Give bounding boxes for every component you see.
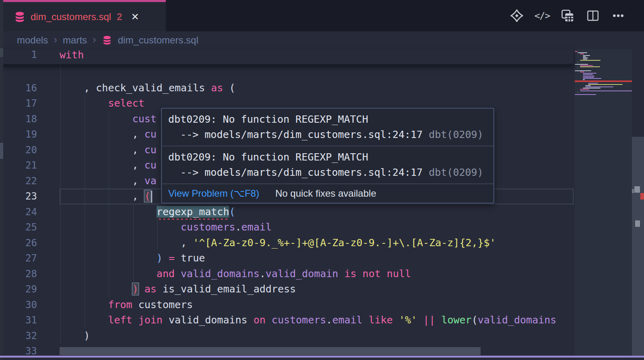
overview-ruler-error-mark	[640, 193, 644, 200]
code-line-text: ) = true	[60, 251, 574, 266]
minimap-line	[580, 89, 589, 90]
view-problem-link[interactable]: View Problem (⌥F8)	[168, 188, 259, 199]
tab-problems-badge: 2	[117, 11, 122, 23]
no-quick-fixes-label: No quick fixes available	[275, 188, 376, 199]
minimap-line	[583, 73, 597, 74]
minimap-line	[580, 53, 584, 54]
minimap-line	[580, 72, 584, 72]
vertical-scrollbar-slider[interactable]	[632, 137, 644, 356]
minimap-line	[588, 83, 598, 84]
more-actions-icon[interactable]	[611, 8, 625, 23]
minimap-line	[578, 52, 588, 53]
database-icon	[102, 35, 112, 45]
code-line[interactable]: 30 from customers	[0, 297, 574, 313]
minimap-line	[585, 86, 613, 87]
line-number: 25	[0, 220, 60, 235]
line-number: 30	[0, 297, 60, 313]
minimap-line	[575, 70, 591, 71]
code-line[interactable]: 32 )	[0, 328, 574, 344]
code-line-text: , check_valid_emails as (	[60, 80, 574, 96]
line-number: 27	[0, 251, 60, 266]
code-line-text: customers.email	[60, 220, 574, 235]
tab-title: dim_customers.sql	[31, 11, 111, 23]
database-icon	[14, 11, 26, 23]
minimap[interactable]	[575, 49, 632, 356]
minimap-line	[580, 91, 632, 91]
codelens-row: Preview CTE	[0, 65, 574, 80]
diagnostic-entry: dbt0209: No function REGEXP_MATCH --> mo…	[162, 146, 493, 184]
code-line-text: regexp_match(	[60, 204, 574, 220]
dbt-logo-icon[interactable]	[510, 8, 524, 23]
minimap-line	[583, 88, 601, 88]
line-number: 32	[0, 328, 60, 344]
line-number: 31	[0, 313, 60, 328]
breadcrumb-models[interactable]: models	[17, 35, 48, 46]
left-strip-notch	[0, 143, 3, 159]
sticky-line-code: with	[60, 49, 574, 64]
hover-status-bar: View Problem (⌥F8) No quick fixes availa…	[162, 184, 493, 203]
minimap-line	[585, 85, 590, 86]
editor-action-icons: </>	[510, 0, 625, 31]
minimap-line	[583, 79, 585, 80]
code-line-text: from customers	[60, 297, 574, 313]
chevron-right-icon: ›	[54, 34, 57, 45]
line-number: 19	[0, 127, 60, 142]
split-editor-icon[interactable]	[586, 8, 600, 23]
window-bottom-border	[0, 356, 644, 358]
tab-dim-customers[interactable]: dim_customers.sql 2 ✕	[3, 0, 166, 31]
close-tab-icon[interactable]: ✕	[131, 11, 139, 23]
line-number: 33	[0, 344, 60, 356]
code-line[interactable]: 31 left join valid_domains on customers.…	[0, 313, 574, 328]
line-number: 21	[0, 158, 60, 173]
minimap-line	[583, 55, 590, 56]
line-number: 24	[0, 204, 60, 220]
horizontal-scrollbar-slider[interactable]	[60, 347, 481, 355]
minimap-line	[580, 66, 600, 67]
diagnostic-entry: dbt0209: No function REGEXP_MATCH --> mo…	[162, 109, 493, 146]
text-cursor	[151, 191, 153, 203]
left-strip-notch	[0, 48, 3, 57]
breadcrumb: models › marts › dim_customers.sql	[3, 31, 644, 49]
query-results-icon[interactable]	[560, 8, 575, 23]
breadcrumb-marts[interactable]: marts	[63, 35, 87, 46]
code-line-text: left join valid_domains on customers.ema…	[60, 313, 574, 328]
line-number: 26	[0, 235, 60, 251]
line-number: 29	[0, 282, 60, 297]
minimap-line	[578, 92, 578, 93]
minimap-error-line	[575, 80, 632, 82]
error-hover-tooltip: dbt0209: No function REGEXP_MATCH --> mo…	[161, 108, 494, 204]
minimap-line	[580, 60, 601, 61]
sticky-line-number: 1	[0, 49, 60, 64]
code-line-text: , '^[A-Za-z0-9._%+-]+@[A-Za-z0-9.-]+\.[A…	[60, 235, 574, 251]
line-number: 16	[0, 80, 60, 96]
minimap-line	[583, 74, 593, 75]
code-line[interactable]: 26 , '^[A-Za-z0-9._%+-]+@[A-Za-z0-9.-]+\…	[0, 235, 574, 251]
minimap-line	[580, 65, 592, 66]
code-line-text: ) as is_valid_email_address	[60, 282, 574, 297]
compiled-code-icon[interactable]: </>	[535, 8, 549, 23]
chevron-right-icon: ›	[93, 34, 96, 45]
minimap-content	[575, 51, 632, 95]
hover-entries: dbt0209: No function REGEXP_MATCH --> mo…	[162, 109, 493, 184]
minimap-line	[575, 64, 588, 65]
minimap-line	[578, 62, 578, 62]
minimap-line	[583, 77, 594, 78]
minimap-line	[583, 56, 586, 57]
code-line-text: and valid_domains.valid_domain is not nu…	[60, 266, 574, 282]
line-number: 20	[0, 142, 60, 158]
code-line[interactable]: 25 customers.email	[0, 220, 574, 235]
code-line[interactable]: 29 ) as is_valid_email_address	[0, 282, 574, 297]
code-line[interactable]: 27 ) = true	[0, 251, 574, 266]
tab-bar: dim_customers.sql 2 ✕ </>	[3, 0, 644, 31]
vertical-scrollbar[interactable]	[632, 49, 644, 356]
minimap-line	[583, 78, 601, 79]
sticky-scroll-line[interactable]: 1 with	[0, 49, 574, 65]
line-number: 18	[0, 111, 60, 127]
breadcrumb-file[interactable]: dim_customers.sql	[118, 35, 198, 46]
line-number: 28	[0, 266, 60, 282]
minimap-line	[578, 68, 578, 68]
code-line[interactable]: 16 , check_valid_emails as (	[0, 80, 574, 96]
minimap-line	[583, 59, 588, 60]
code-line[interactable]: 24 regexp_match(	[0, 204, 574, 220]
code-line[interactable]: 28 and valid_domains.valid_domain is not…	[0, 266, 574, 282]
